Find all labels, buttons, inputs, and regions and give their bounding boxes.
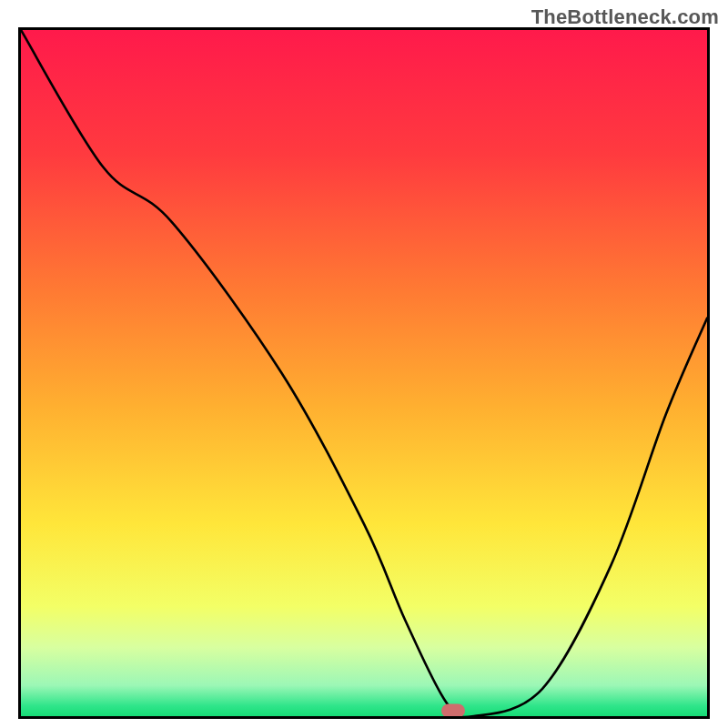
watermark-text: TheBottleneck.com (531, 5, 719, 29)
background-gradient (21, 30, 707, 716)
chart-stage: TheBottleneck.com (0, 0, 728, 728)
svg-rect-0 (21, 30, 707, 716)
plot-area (18, 27, 710, 719)
optimal-marker (441, 703, 465, 717)
